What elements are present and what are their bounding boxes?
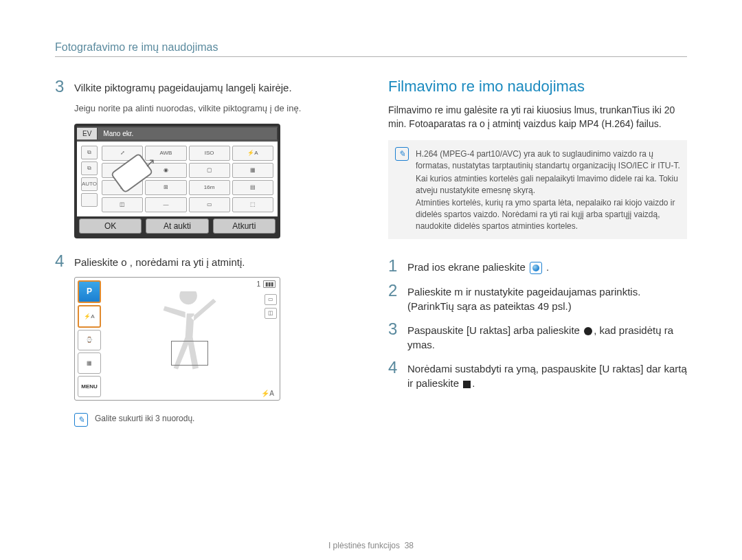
info-line: Atminties kortelės, kurių ra ymo sparta …: [416, 197, 680, 232]
ataukti-button[interactable]: At aukti: [146, 219, 208, 234]
grid-icon[interactable]: ISO: [189, 146, 230, 161]
step-text: Paspauskite [U raktas] arba palieskite ,…: [407, 320, 687, 352]
grid-icon[interactable]: ▭: [189, 197, 230, 212]
step-4: 4 Palieskite o , norėdami ra yti į atmin…: [55, 252, 354, 270]
menu-button[interactable]: MENU: [78, 376, 101, 397]
step-num: 3: [388, 320, 401, 352]
screen-mano-ekr: EV Mano ekr. ⧉ ⧉ AUTO ⤢ AWB: [74, 124, 280, 238]
battery-icon: ▮▮▮: [263, 280, 276, 288]
grid-icon[interactable]: ⊞: [145, 180, 186, 195]
step-3-sub: Jeigu norite pa alinti nuorodas, vilkite…: [74, 102, 354, 115]
step-text: Prad ios ekrane palieskite .: [407, 257, 549, 275]
shot-count: 1: [256, 280, 260, 288]
focus-rectangle: [171, 341, 208, 366]
r-step-2: 2 Palieskite m ir nustatykite pageidauja…: [388, 282, 687, 313]
camcorder-icon[interactable]: [530, 262, 542, 274]
stop-square-icon[interactable]: [463, 381, 471, 388]
flash-indicator: ⚡A: [261, 390, 274, 397]
grid-icon[interactable]: ◫: [102, 197, 143, 212]
grid-icon[interactable]: ⬚: [232, 197, 273, 212]
note-text: Galite sukurti iki 3 nuorodų.: [95, 413, 194, 425]
step-text: Palieskite m ir nustatykite pageidaujama…: [407, 282, 687, 313]
section-intro: Filmavimo re imu galėsite ra yti rai kiu…: [388, 104, 687, 131]
page-footer: I plėstinės funkcijos 38: [0, 541, 742, 550]
left-slot[interactable]: [81, 193, 98, 207]
r-step-4: 4 Norėdami sustabdyti ra ymą, paspauskit…: [388, 359, 687, 390]
step-3: 3 Vilkite piktogramų pageidaujamų langel…: [55, 78, 354, 96]
flash-button[interactable]: ⚡A: [78, 305, 101, 328]
tab-ev[interactable]: EV: [77, 128, 98, 139]
status-bar: 1 ▮▮▮: [256, 280, 276, 288]
step-text: Vilkite piktogramų pageidaujamų langelį …: [74, 78, 292, 96]
grid-icon[interactable]: ⚡A: [232, 146, 273, 161]
grid-icon[interactable]: ☺: [102, 163, 143, 178]
grid-icon[interactable]: ◉: [145, 163, 186, 178]
info-block: ✎ H.264 (MPEG-4 part10/AVC) yra auk to s…: [388, 140, 687, 239]
step-num: 4: [55, 252, 67, 270]
info-line: H.264 (MPEG-4 part10/AVC) yra auk to sug…: [416, 148, 680, 172]
right-column: Filmavimo re imo naudojimas Filmavimo re…: [388, 78, 687, 440]
mode-p-button[interactable]: P: [78, 280, 101, 303]
screen-tabs: EV Mano ekr.: [77, 126, 278, 142]
left-slot[interactable]: ⧉: [81, 161, 98, 175]
page-header: Fotografavimo re imų naudojimas: [55, 41, 687, 57]
section-title: Filmavimo re imo naudojimas: [388, 78, 687, 96]
r-step-3: 3 Paspauskite [U raktas] arba palieskite…: [388, 320, 687, 352]
grid-icon[interactable]: 16m: [189, 180, 230, 195]
grid-icon[interactable]: —: [145, 197, 186, 212]
info-line: Kai kurios atminties kortelės gali nepal…: [416, 173, 680, 197]
timer-button[interactable]: ⌚: [78, 330, 101, 351]
step-text: Norėdami sustabdyti ra ymą, paspauskite …: [407, 359, 687, 390]
left-slot[interactable]: ⧉: [81, 146, 98, 159]
step-num: 2: [388, 282, 401, 313]
focus-mode-button[interactable]: ▦: [78, 352, 101, 374]
ok-button[interactable]: OK: [79, 219, 142, 234]
info-icon: ✎: [395, 147, 409, 161]
atkurti-button[interactable]: Atkurti: [213, 219, 276, 234]
record-dot-icon[interactable]: [584, 327, 592, 335]
r-step-1: 1 Prad ios ekrane palieskite .: [388, 257, 687, 275]
gallery-icon[interactable]: ◫: [265, 308, 277, 319]
display-toggle-icon[interactable]: ▭: [265, 294, 277, 305]
note: ✎ Galite sukurti iki 3 nuorodų.: [74, 413, 354, 427]
screen-preview: P ⚡A ⌚ ▦ MENU 1 ▮▮▮ ▭ ◫: [74, 277, 280, 401]
tab-mano[interactable]: Mano ekr.: [98, 128, 278, 139]
grid-icon[interactable]: ⊡: [102, 180, 143, 195]
step-num: 4: [388, 359, 401, 390]
step-num: 3: [55, 78, 67, 96]
grid-icon[interactable]: ▢: [189, 163, 230, 178]
grid-icon[interactable]: ▤: [232, 180, 273, 195]
grid-icon[interactable]: ▦: [232, 163, 273, 178]
left-slot[interactable]: AUTO: [81, 177, 98, 191]
grid-icon[interactable]: AWB: [145, 146, 186, 161]
grid-icon[interactable]: ⤢: [102, 146, 143, 161]
left-column: 3 Vilkite piktogramų pageidaujamų langel…: [55, 78, 354, 440]
info-icon: ✎: [74, 413, 88, 427]
step-text: Palieskite o , norėdami ra yti į atmintį…: [74, 252, 245, 270]
step-num: 1: [388, 257, 401, 275]
